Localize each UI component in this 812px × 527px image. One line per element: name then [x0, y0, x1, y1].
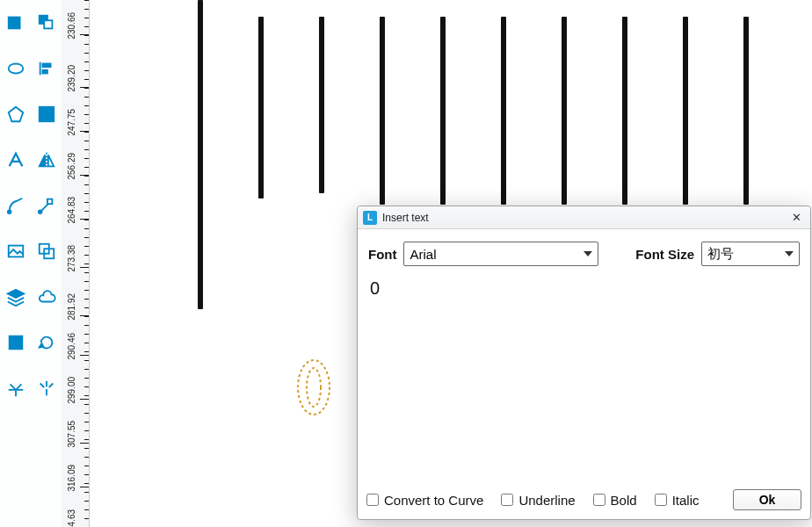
svg-rect-21 [9, 336, 22, 350]
italic-input[interactable] [655, 494, 667, 506]
svg-point-16 [38, 211, 41, 214]
font-combo-value: Arial [410, 247, 436, 262]
svg-line-30 [48, 384, 53, 388]
text-input[interactable]: 0 [358, 275, 810, 482]
insert-text-dialog: L Insert text ✕ Font Arial Font Size 初号 … [357, 206, 811, 520]
ruler-label: 247.75 [67, 120, 76, 136]
canvas-object[interactable] [562, 17, 567, 205]
svg-marker-22 [39, 343, 43, 348]
svg-rect-11 [47, 115, 53, 121]
svg-rect-8 [39, 107, 45, 113]
canvas-object[interactable] [198, 0, 203, 309]
ruler-label: 299.00 [67, 388, 76, 404]
font-size-combo[interactable]: 初号 [701, 242, 800, 266]
dialog-bottom-row: Convert to Curve Underline Bold Italic O… [358, 482, 810, 519]
svg-line-24 [10, 384, 15, 389]
tool-edit-node-icon[interactable] [31, 183, 62, 228]
tool-copies-icon[interactable] [31, 0, 62, 46]
tool-text-icon[interactable] [0, 137, 31, 183]
svg-marker-12 [39, 155, 44, 167]
svg-marker-20 [7, 290, 23, 298]
svg-point-3 [8, 64, 23, 74]
convert-to-curve-label: Convert to Curve [384, 493, 483, 508]
svg-line-25 [16, 384, 21, 389]
svg-rect-0 [8, 18, 19, 29]
ok-button[interactable]: Ok [733, 489, 801, 510]
bold-label: Bold [611, 493, 637, 508]
text-preview-outline[interactable] [295, 358, 332, 416]
chevron-down-icon [785, 251, 794, 256]
canvas-object[interactable] [380, 17, 385, 205]
svg-rect-6 [42, 70, 47, 74]
canvas-object[interactable] [683, 17, 688, 205]
chevron-down-icon [584, 251, 592, 256]
ok-button-label: Ok [759, 493, 776, 507]
convert-to-curve-input[interactable] [366, 494, 379, 506]
font-combo[interactable]: Arial [403, 242, 598, 266]
tool-pentagon-icon[interactable] [0, 91, 31, 137]
bold-checkbox[interactable]: Bold [593, 493, 637, 508]
underline-checkbox[interactable]: Underline [501, 493, 575, 508]
italic-checkbox[interactable]: Italic [655, 493, 700, 508]
tool-cloud-icon[interactable] [31, 274, 62, 320]
tool-rect-icon[interactable] [0, 0, 31, 46]
ruler-label: 273.38 [67, 256, 76, 272]
canvas-object[interactable] [440, 17, 446, 205]
tool-mirror-h-icon[interactable] [31, 137, 62, 183]
svg-rect-5 [42, 64, 50, 68]
font-size-label: Font Size [635, 247, 694, 262]
tool-grid-icon[interactable] [31, 91, 62, 137]
svg-rect-9 [47, 107, 53, 113]
font-label: Font [368, 247, 396, 262]
tool-fill-icon[interactable] [0, 320, 31, 365]
svg-marker-7 [8, 107, 23, 122]
font-size-combo-value: 初号 [707, 246, 734, 263]
tool-ellipse-icon[interactable] [0, 46, 31, 91]
tool-spark-icon[interactable] [31, 365, 62, 411]
dialog-title: Insert text [382, 212, 787, 224]
tool-burst-icon[interactable] [0, 365, 31, 411]
svg-marker-13 [47, 155, 53, 167]
canvas-object[interactable] [743, 17, 749, 205]
ruler-label: 307.55 [67, 432, 76, 448]
dialog-titlebar[interactable]: L Insert text ✕ [358, 206, 810, 229]
underline-label: Underline [518, 493, 575, 508]
bold-input[interactable] [593, 494, 605, 506]
tool-rotate-icon[interactable] [31, 320, 62, 365]
canvas-object[interactable] [258, 17, 264, 199]
tool-pen-icon[interactable] [0, 183, 31, 228]
tool-align-left-icon[interactable] [31, 46, 62, 91]
tool-image-icon[interactable] [0, 228, 31, 274]
close-icon[interactable]: ✕ [787, 209, 805, 227]
svg-line-29 [40, 384, 44, 388]
svg-rect-15 [47, 199, 51, 205]
tool-column [0, 0, 62, 527]
ruler-label: 256.29 [67, 164, 76, 180]
ruler-label: 264.83 [67, 208, 76, 224]
svg-rect-10 [39, 115, 45, 121]
convert-to-curve-checkbox[interactable]: Convert to Curve [366, 493, 483, 508]
dialog-controls-row: Font Arial Font Size 初号 [358, 229, 810, 275]
underline-input[interactable] [501, 494, 513, 506]
tool-boolean-icon[interactable] [31, 228, 62, 274]
canvas-object[interactable] [501, 17, 506, 205]
svg-point-33 [307, 368, 321, 407]
tool-layers-icon[interactable] [0, 274, 31, 320]
ruler-label: 324.63 [67, 521, 76, 528]
ruler-label: 290.46 [67, 344, 76, 360]
canvas-object[interactable] [622, 17, 627, 205]
svg-rect-2 [44, 20, 52, 28]
app-icon: L [363, 211, 377, 225]
ruler-label: 281.92 [67, 305, 76, 321]
canvas-object[interactable] [319, 17, 324, 193]
ruler-label: 316.09 [67, 476, 76, 492]
italic-label: Italic [672, 493, 700, 508]
svg-point-14 [7, 211, 11, 214]
ruler-label: 230.66 [67, 24, 76, 40]
vertical-ruler: 230.66239.20247.75256.29264.83273.38281.… [62, 0, 90, 527]
ruler-label: 239.20 [67, 76, 76, 92]
